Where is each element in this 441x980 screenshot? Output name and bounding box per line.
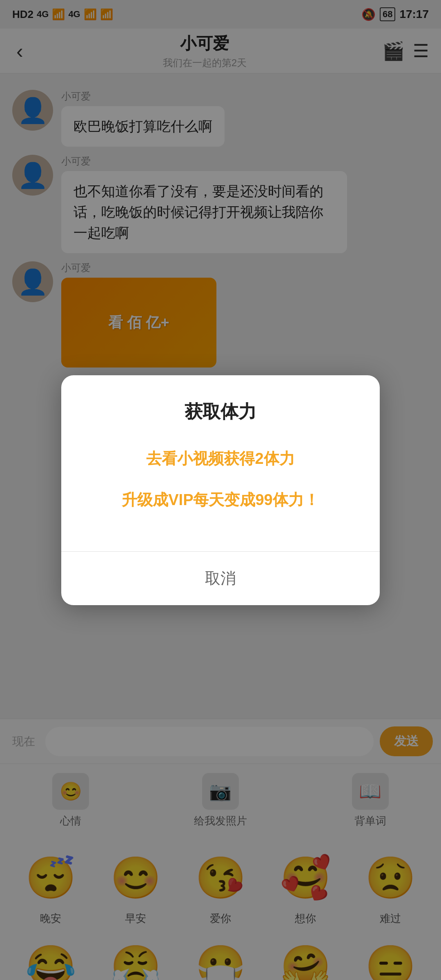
modal-cancel-button[interactable]: 取消 [61,552,380,605]
modal-option-vip[interactable]: 升级成VIP每天变成99体力！ [78,490,363,510]
modal-option-video[interactable]: 去看小视频获得2体力 [78,448,363,469]
modal-overlay: 获取体力 去看小视频获得2体力 升级成VIP每天变成99体力！ 取消 [0,0,441,980]
modal-body: 获取体力 去看小视频获得2体力 升级成VIP每天变成99体力！ [61,375,380,551]
modal-title: 获取体力 [78,400,363,424]
modal-dialog: 获取体力 去看小视频获得2体力 升级成VIP每天变成99体力！ 取消 [61,375,380,605]
